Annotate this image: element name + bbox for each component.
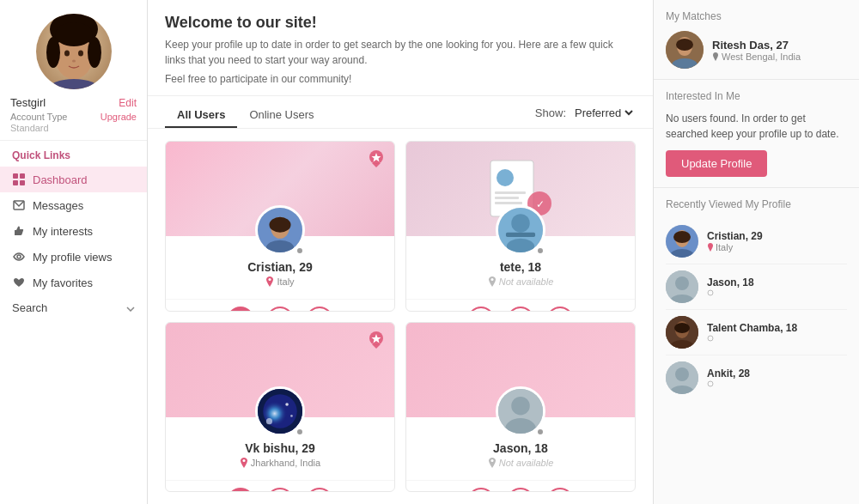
svg-point-70 xyxy=(675,367,689,381)
svg-rect-11 xyxy=(20,173,25,179)
account-type-row: Account Type Upgrade xyxy=(10,112,137,122)
viewed-avatar-cristian xyxy=(666,225,698,258)
sidebar-item-profile-views[interactable]: My profile views xyxy=(0,244,147,270)
svg-point-68 xyxy=(708,336,713,341)
sidebar-item-favorites[interactable]: My favorites xyxy=(0,270,147,295)
interested-section: Interested In Me No users found. In orde… xyxy=(654,80,859,188)
show-filter-row: Show: Preferred Newest Online xyxy=(535,106,636,125)
like-button-tete[interactable] xyxy=(467,307,495,312)
premium-badge-icon xyxy=(365,330,387,352)
match-avatar-ritesh xyxy=(666,31,704,69)
viewed-name-talent: Talent Chamba, 18 xyxy=(707,322,847,334)
viewed-loc-cristian: Italy xyxy=(707,242,847,252)
premium-badge-icon xyxy=(365,149,387,171)
svg-rect-26 xyxy=(495,191,526,194)
user-profile-area: Testgirl Edit Account Type Upgrade Stand… xyxy=(0,0,147,141)
viewed-loc-ankit xyxy=(707,380,847,388)
card-actions-cristian xyxy=(166,299,394,312)
user-card-tete: ✓ tete, 18 Not available xyxy=(405,141,636,312)
viewed-item-jason: Jason, 18 xyxy=(666,264,847,310)
card-actions-jason xyxy=(406,480,635,493)
edit-profile-link[interactable]: Edit xyxy=(119,97,137,109)
message-button-tete[interactable] xyxy=(546,307,574,312)
update-profile-button[interactable]: Update Profile xyxy=(666,150,767,177)
svg-rect-33 xyxy=(506,233,535,237)
dashboard-label: Dashboard xyxy=(33,173,88,186)
user-location-jason: Not available xyxy=(415,458,626,468)
svg-point-41 xyxy=(262,401,287,426)
sidebar-item-dashboard[interactable]: Dashboard xyxy=(0,167,147,192)
card-actions-vkbishu xyxy=(166,480,394,493)
user-name-tete: tete, 18 xyxy=(415,260,626,274)
favorite-button-cristian[interactable] xyxy=(266,307,294,312)
user-avatar xyxy=(36,14,112,89)
show-label: Show: xyxy=(535,106,566,119)
main-content: Welcome to our site! Keep your profile u… xyxy=(148,0,653,504)
svg-rect-27 xyxy=(495,197,519,199)
interested-text: No users found. In order to get searched… xyxy=(666,111,847,142)
message-button-jason[interactable] xyxy=(546,488,574,493)
search-label: Search xyxy=(12,301,47,314)
viewed-avatar-ankit xyxy=(666,361,698,394)
viewed-avatar-talent xyxy=(666,316,698,349)
viewed-loc-jason xyxy=(707,288,847,297)
viewed-info-ankit: Ankit, 28 xyxy=(707,367,847,388)
user-info-row: Testgirl Edit xyxy=(10,96,137,109)
interested-title: Interested In Me xyxy=(666,90,847,102)
svg-rect-25 xyxy=(497,169,514,186)
welcome-sub-text: Feel free to participate in our communit… xyxy=(165,73,636,85)
online-dot-jason xyxy=(536,428,545,436)
sidebar-username: Testgirl xyxy=(10,96,46,109)
message-button-vkbishu[interactable] xyxy=(306,488,333,493)
thumb-up-icon xyxy=(12,224,26,238)
match-location-ritesh: West Bengal, India xyxy=(712,52,847,62)
card-banner-jason xyxy=(406,323,635,417)
svg-rect-10 xyxy=(13,173,18,179)
svg-point-6 xyxy=(78,51,83,57)
viewed-item-talent: Talent Chamba, 18 xyxy=(666,310,847,355)
message-button-cristian[interactable] xyxy=(306,307,333,312)
svg-point-44 xyxy=(290,415,293,417)
card-actions-tete xyxy=(406,299,635,312)
user-name-jason: Jason, 18 xyxy=(415,441,626,455)
svg-point-4 xyxy=(55,22,93,46)
user-card-jason: Jason, 18 Not available xyxy=(405,322,636,493)
chevron-down-icon xyxy=(126,301,135,314)
like-button-jason[interactable] xyxy=(467,488,495,493)
svg-point-48 xyxy=(511,396,530,415)
upgrade-link[interactable]: Upgrade xyxy=(101,112,137,122)
eye-icon xyxy=(12,250,26,264)
card-banner-vkbishu xyxy=(166,323,394,417)
user-card-cristian: Cristian, 29 Italy xyxy=(165,141,395,312)
left-sidebar: Testgirl Edit Account Type Upgrade Stand… xyxy=(0,0,148,504)
svg-point-20 xyxy=(269,217,290,233)
svg-point-15 xyxy=(17,255,21,258)
tab-all-users[interactable]: All Users xyxy=(165,103,237,128)
welcome-text: Keep your profile up to date in order to… xyxy=(165,37,636,68)
svg-point-54 xyxy=(676,39,693,51)
profile-views-label: My profile views xyxy=(33,251,112,264)
svg-point-3 xyxy=(88,37,101,68)
svg-point-63 xyxy=(708,290,713,295)
match-info-ritesh: Ritesh Das, 27 West Bengal, India xyxy=(712,39,847,62)
tab-online-users[interactable]: Online Users xyxy=(237,103,326,128)
sidebar-item-interests[interactable]: My interests xyxy=(0,218,147,244)
messages-label: Messages xyxy=(33,199,83,212)
my-matches-title: My Matches xyxy=(666,10,847,22)
favorite-button-tete[interactable] xyxy=(507,307,534,312)
sidebar-search-row[interactable]: Search xyxy=(0,295,147,320)
svg-point-50 xyxy=(490,459,493,462)
heart-icon xyxy=(12,276,26,289)
svg-rect-28 xyxy=(495,202,522,204)
favorite-button-jason[interactable] xyxy=(507,488,534,493)
show-select[interactable]: Preferred Newest Online xyxy=(571,106,636,120)
user-name-vkbishu: Vk bishu, 29 xyxy=(174,441,386,455)
favorite-button-vkbishu[interactable] xyxy=(266,488,294,493)
match-item-ritesh: Ritesh Das, 27 West Bengal, India xyxy=(666,31,847,69)
sidebar-item-messages[interactable]: Messages xyxy=(0,192,147,218)
svg-rect-13 xyxy=(20,180,25,185)
recently-viewed-section: Recently Viewed My Profile Cristian, 29 … xyxy=(654,188,859,410)
svg-text:✓: ✓ xyxy=(536,198,545,210)
like-button-cristian[interactable] xyxy=(227,307,254,312)
like-button-vkbishu[interactable] xyxy=(227,488,254,493)
